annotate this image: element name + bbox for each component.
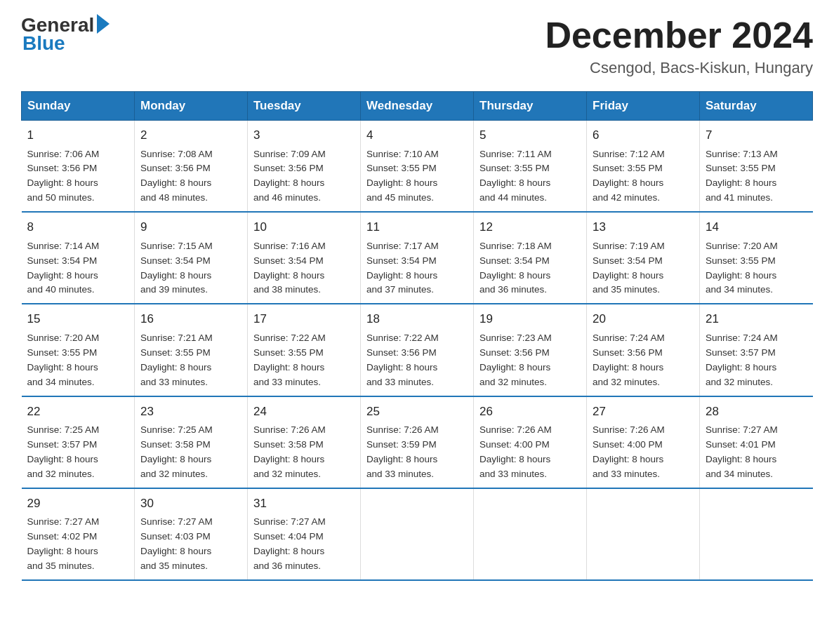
calendar-cell: 7Sunrise: 7:13 AM Sunset: 3:55 PM Daylig… (700, 121, 813, 213)
calendar-cell: 12Sunrise: 7:18 AM Sunset: 3:54 PM Dayli… (474, 212, 587, 304)
calendar-cell: 25Sunrise: 7:26 AM Sunset: 3:59 PM Dayli… (361, 396, 474, 488)
day-number: 14 (706, 218, 807, 236)
header-row: SundayMondayTuesdayWednesdayThursdayFrid… (22, 92, 813, 121)
day-info: Sunrise: 7:14 AM Sunset: 3:54 PM Dayligh… (27, 239, 129, 298)
calendar-header: SundayMondayTuesdayWednesdayThursdayFrid… (22, 92, 813, 121)
week-row-2: 8Sunrise: 7:14 AM Sunset: 3:54 PM Daylig… (22, 212, 813, 304)
day-number: 28 (706, 403, 807, 421)
calendar-cell: 5Sunrise: 7:11 AM Sunset: 3:55 PM Daylig… (474, 121, 587, 213)
day-number: 11 (366, 218, 468, 236)
calendar-cell: 29Sunrise: 7:27 AM Sunset: 4:02 PM Dayli… (22, 488, 135, 580)
day-number: 8 (27, 218, 129, 236)
day-number: 17 (253, 310, 355, 328)
day-info: Sunrise: 7:22 AM Sunset: 3:55 PM Dayligh… (253, 331, 355, 390)
day-info: Sunrise: 7:23 AM Sunset: 3:56 PM Dayligh… (479, 331, 581, 390)
calendar-cell: 10Sunrise: 7:16 AM Sunset: 3:54 PM Dayli… (248, 212, 361, 304)
logo-arrow-icon (97, 14, 110, 34)
day-number: 6 (593, 126, 694, 145)
day-number: 15 (27, 310, 129, 328)
day-info: Sunrise: 7:09 AM Sunset: 3:56 PM Dayligh… (253, 147, 355, 206)
day-info: Sunrise: 7:21 AM Sunset: 3:55 PM Dayligh… (140, 331, 241, 390)
header-cell-thursday: Thursday (474, 92, 587, 121)
calendar-cell: 21Sunrise: 7:24 AM Sunset: 3:57 PM Dayli… (700, 304, 813, 396)
day-info: Sunrise: 7:10 AM Sunset: 3:55 PM Dayligh… (366, 147, 468, 206)
calendar-cell: 22Sunrise: 7:25 AM Sunset: 3:57 PM Dayli… (22, 396, 135, 488)
calendar-cell (587, 488, 700, 580)
day-number: 26 (479, 403, 581, 421)
logo: General Blue (21, 14, 110, 55)
calendar-cell: 13Sunrise: 7:19 AM Sunset: 3:54 PM Dayli… (587, 212, 700, 304)
calendar-cell (474, 488, 587, 580)
calendar-cell: 30Sunrise: 7:27 AM Sunset: 4:03 PM Dayli… (135, 488, 248, 580)
calendar-cell: 27Sunrise: 7:26 AM Sunset: 4:00 PM Dayli… (587, 396, 700, 488)
week-row-4: 22Sunrise: 7:25 AM Sunset: 3:57 PM Dayli… (22, 396, 813, 488)
day-info: Sunrise: 7:26 AM Sunset: 4:00 PM Dayligh… (479, 423, 581, 482)
day-info: Sunrise: 7:27 AM Sunset: 4:03 PM Dayligh… (140, 515, 241, 574)
week-row-3: 15Sunrise: 7:20 AM Sunset: 3:55 PM Dayli… (22, 304, 813, 396)
day-number: 5 (479, 126, 581, 145)
day-info: Sunrise: 7:11 AM Sunset: 3:55 PM Dayligh… (479, 147, 581, 206)
day-number: 31 (253, 495, 355, 513)
calendar-cell: 26Sunrise: 7:26 AM Sunset: 4:00 PM Dayli… (474, 396, 587, 488)
day-info: Sunrise: 7:22 AM Sunset: 3:56 PM Dayligh… (366, 331, 468, 390)
day-number: 21 (706, 310, 807, 328)
week-row-5: 29Sunrise: 7:27 AM Sunset: 4:02 PM Dayli… (22, 488, 813, 580)
calendar-cell (361, 488, 474, 580)
calendar-cell: 23Sunrise: 7:25 AM Sunset: 3:58 PM Dayli… (135, 396, 248, 488)
day-info: Sunrise: 7:08 AM Sunset: 3:56 PM Dayligh… (140, 147, 241, 206)
day-info: Sunrise: 7:16 AM Sunset: 3:54 PM Dayligh… (253, 239, 355, 298)
calendar-cell: 3Sunrise: 7:09 AM Sunset: 3:56 PM Daylig… (248, 121, 361, 213)
calendar-cell: 17Sunrise: 7:22 AM Sunset: 3:55 PM Dayli… (248, 304, 361, 396)
day-number: 22 (27, 403, 129, 421)
calendar-cell: 20Sunrise: 7:24 AM Sunset: 3:56 PM Dayli… (587, 304, 700, 396)
day-number: 3 (253, 126, 355, 145)
header-cell-saturday: Saturday (700, 92, 813, 121)
calendar-cell: 19Sunrise: 7:23 AM Sunset: 3:56 PM Dayli… (474, 304, 587, 396)
day-number: 18 (366, 310, 468, 328)
day-number: 2 (140, 126, 241, 145)
day-number: 27 (593, 403, 694, 421)
day-number: 20 (593, 310, 694, 328)
day-info: Sunrise: 7:27 AM Sunset: 4:02 PM Dayligh… (27, 515, 129, 574)
calendar-cell: 11Sunrise: 7:17 AM Sunset: 3:54 PM Dayli… (361, 212, 474, 304)
calendar-cell: 14Sunrise: 7:20 AM Sunset: 3:55 PM Dayli… (700, 212, 813, 304)
day-number: 12 (479, 218, 581, 236)
day-info: Sunrise: 7:24 AM Sunset: 3:57 PM Dayligh… (706, 331, 807, 390)
calendar-cell: 4Sunrise: 7:10 AM Sunset: 3:55 PM Daylig… (361, 121, 474, 213)
day-info: Sunrise: 7:20 AM Sunset: 3:55 PM Dayligh… (27, 331, 129, 390)
day-number: 7 (706, 126, 807, 145)
calendar-cell: 1Sunrise: 7:06 AM Sunset: 3:56 PM Daylig… (22, 121, 135, 213)
day-number: 4 (366, 126, 468, 145)
day-number: 9 (140, 218, 241, 236)
calendar-cell (700, 488, 813, 580)
day-number: 29 (27, 495, 129, 513)
calendar-body: 1Sunrise: 7:06 AM Sunset: 3:56 PM Daylig… (22, 121, 813, 580)
header-cell-monday: Monday (135, 92, 248, 121)
day-info: Sunrise: 7:26 AM Sunset: 3:59 PM Dayligh… (366, 423, 468, 482)
calendar-cell: 28Sunrise: 7:27 AM Sunset: 4:01 PM Dayli… (700, 396, 813, 488)
subtitle: Csengod, Bacs-Kiskun, Hungary (545, 59, 813, 77)
calendar-cell: 24Sunrise: 7:26 AM Sunset: 3:58 PM Dayli… (248, 396, 361, 488)
day-info: Sunrise: 7:26 AM Sunset: 3:58 PM Dayligh… (253, 423, 355, 482)
calendar-cell: 2Sunrise: 7:08 AM Sunset: 3:56 PM Daylig… (135, 121, 248, 213)
day-number: 16 (140, 310, 241, 328)
day-info: Sunrise: 7:13 AM Sunset: 3:55 PM Dayligh… (706, 147, 807, 206)
calendar-table: SundayMondayTuesdayWednesdayThursdayFrid… (21, 91, 813, 581)
day-number: 19 (479, 310, 581, 328)
day-number: 1 (27, 126, 129, 145)
calendar-cell: 8Sunrise: 7:14 AM Sunset: 3:54 PM Daylig… (22, 212, 135, 304)
day-info: Sunrise: 7:15 AM Sunset: 3:54 PM Dayligh… (140, 239, 241, 298)
calendar-cell: 6Sunrise: 7:12 AM Sunset: 3:55 PM Daylig… (587, 121, 700, 213)
day-number: 24 (253, 403, 355, 421)
calendar-cell: 16Sunrise: 7:21 AM Sunset: 3:55 PM Dayli… (135, 304, 248, 396)
calendar-cell: 18Sunrise: 7:22 AM Sunset: 3:56 PM Dayli… (361, 304, 474, 396)
day-info: Sunrise: 7:06 AM Sunset: 3:56 PM Dayligh… (27, 147, 129, 206)
header-cell-tuesday: Tuesday (248, 92, 361, 121)
header-cell-wednesday: Wednesday (361, 92, 474, 121)
calendar-cell: 31Sunrise: 7:27 AM Sunset: 4:04 PM Dayli… (248, 488, 361, 580)
page-header: General Blue December 2024 Csengod, Bacs… (21, 14, 813, 77)
day-number: 23 (140, 403, 241, 421)
day-number: 13 (593, 218, 694, 236)
header-cell-sunday: Sunday (22, 92, 135, 121)
day-number: 10 (253, 218, 355, 236)
